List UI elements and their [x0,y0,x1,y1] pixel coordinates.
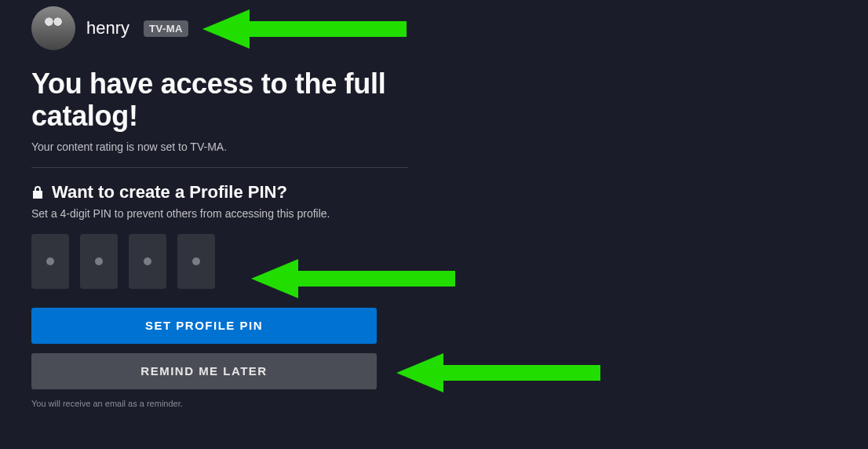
pin-digit-3[interactable] [129,234,166,289]
pin-dot-icon [192,257,200,265]
remind-me-later-button[interactable]: REMIND ME LATER [31,353,377,389]
page-subtext: Your content rating is now set to TV-MA. [31,141,408,153]
pin-input-group [31,234,408,289]
pin-description: Set a 4-digit PIN to prevent others from… [31,207,408,220]
pin-dot-icon [95,257,103,265]
profile-name: henry [86,18,129,38]
pin-digit-4[interactable] [177,234,215,289]
page-headline: You have access to the full catalog! [31,68,408,133]
pin-dot-icon [46,257,54,265]
pin-digit-2[interactable] [80,234,118,289]
lock-icon [31,185,44,199]
pin-digit-1[interactable] [31,234,69,289]
footer-note: You will receive an email as a reminder. [31,399,408,408]
profile-header: henry TV-MA [31,6,408,50]
avatar [31,6,75,50]
set-profile-pin-button[interactable]: SET PROFILE PIN [31,308,377,344]
pin-dot-icon [144,257,151,265]
divider [31,167,408,168]
pin-heading: Want to create a Profile PIN? [52,182,287,203]
rating-badge: TV-MA [144,20,188,37]
